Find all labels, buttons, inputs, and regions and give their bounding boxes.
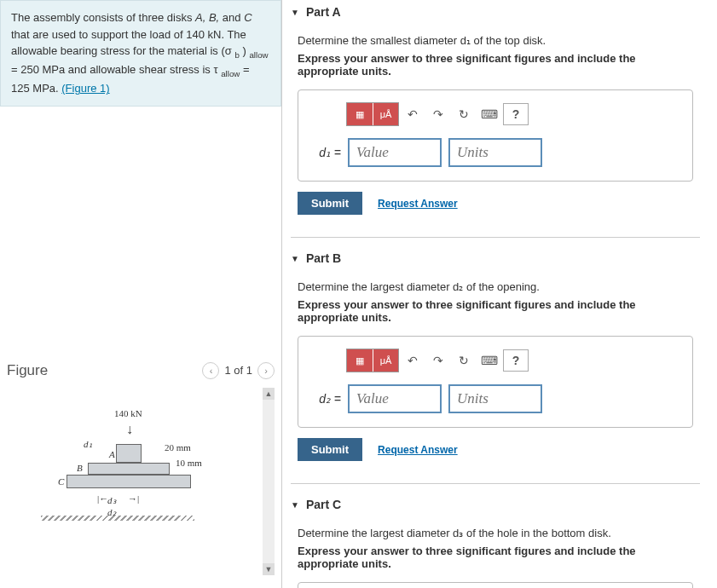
symbols-button[interactable]: μÅ [373,349,398,372]
ground-hatch-icon [41,516,194,521]
d3-label: d₃ [107,495,116,506]
part-c-question: Determine the largest diameter d₃ of the… [298,527,693,539]
figure-prev-button[interactable]: ‹ [202,362,219,379]
part-b-instruction: Express your answer to three significant… [298,298,693,324]
disk-c-label: C [58,476,64,487]
figure-title: Figure [7,362,48,379]
part-b-section: ▼ Part B Determine the largest diameter … [291,246,700,468]
divider [291,237,700,238]
part-b-units-input[interactable] [448,384,542,413]
part-a-title: Part A [306,5,341,19]
d1-label: d₁ [84,439,92,450]
caret-down-icon: ▼ [291,254,299,263]
part-b-question: Determine the largest diameter d₂ of the… [298,280,693,293]
keyboard-icon[interactable]: ⌨ [477,103,501,125]
part-b-value-input[interactable] [348,384,442,413]
part-b-submit-button[interactable]: Submit [298,438,362,461]
caret-down-icon: ▼ [291,500,299,510]
part-a-section: ▼ Part A Determine the smallest diameter… [291,0,700,222]
part-b-title: Part B [306,251,341,265]
template-button[interactable]: ▦ [347,103,373,125]
figure-link[interactable]: (Figure 1) [61,82,109,95]
problem-statement: The assembly consists of three disks A, … [0,0,281,107]
load-label: 140 kN [114,408,142,418]
part-a-header[interactable]: ▼ Part A [291,0,700,24]
redo-icon[interactable]: ↷ [426,349,450,372]
part-c-section: ▼ Part C Determine the largest diameter … [291,493,700,588]
reset-icon[interactable]: ↻ [452,349,476,372]
redo-icon[interactable]: ↷ [426,103,450,125]
undo-icon[interactable]: ↶ [401,103,425,125]
template-button[interactable]: ▦ [347,349,373,372]
part-c-instruction: Express your answer to three significant… [298,545,693,570]
part-a-request-link[interactable]: Request Answer [378,198,458,210]
figure-viewport: ▲ ▼ 140 kN ↓ d₁ A 20 mm 10 mm B C d₃ d₂ [7,388,275,575]
help-icon[interactable]: ? [503,349,529,372]
scroll-down-icon[interactable]: ▼ [263,563,275,575]
part-a-question: Determine the smallest diameter d₁ of th… [298,34,693,47]
part-b-header[interactable]: ▼ Part B [291,246,700,270]
part-b-var-label: d₂ = [312,392,341,406]
figure-diagram: 140 kN ↓ d₁ A 20 mm 10 mm B C d₃ d₂ [41,413,228,541]
symbols-button[interactable]: μÅ [373,103,398,125]
dim-10-label: 10 mm [176,458,202,468]
figure-next-button[interactable]: › [257,362,275,379]
part-b-toolbar: ▦ μÅ ↶ ↷ ↻ ⌨ ? [346,349,679,372]
keyboard-icon[interactable]: ⌨ [477,349,501,372]
scroll-up-icon[interactable]: ▲ [263,388,275,400]
reset-icon[interactable]: ↻ [452,103,476,125]
dim-20-label: 20 mm [165,442,191,453]
part-c-answer-block: ▦ μÅ ↶ ↷ ↻ ⌨ ? d₃ = [298,582,693,588]
caret-down-icon: ▼ [291,8,299,17]
part-c-header[interactable]: ▼ Part C [291,493,700,516]
part-a-submit-button[interactable]: Submit [298,192,362,215]
part-a-instruction: Express your answer to three significant… [298,52,693,78]
arrow-down-icon: ↓ [126,422,133,437]
figure-counter: 1 of 1 [224,364,252,377]
figure-section: Figure ‹ 1 of 1 › ▲ ▼ 140 kN ↓ d₁ A 20 m… [0,362,281,575]
part-a-var-label: d₁ = [312,146,341,159]
part-c-title: Part C [306,498,341,511]
part-a-value-input[interactable] [348,138,442,167]
part-a-answer-block: ▦ μÅ ↶ ↷ ↻ ⌨ ? d₁ = [298,89,693,182]
disk-b-label: B [77,463,83,473]
part-b-request-link[interactable]: Request Answer [378,444,458,456]
part-b-answer-block: ▦ μÅ ↶ ↷ ↻ ⌨ ? d₂ = [298,336,693,428]
problem-text: The assembly consists of three disks [11,11,195,24]
help-icon[interactable]: ? [503,103,529,125]
part-a-toolbar: ▦ μÅ ↶ ↷ ↻ ⌨ ? [346,102,679,126]
part-a-units-input[interactable] [448,138,542,167]
disk-a-label: A [109,449,115,459]
divider [291,483,700,484]
disk-names: A, B, [195,11,219,24]
undo-icon[interactable]: ↶ [401,349,425,372]
